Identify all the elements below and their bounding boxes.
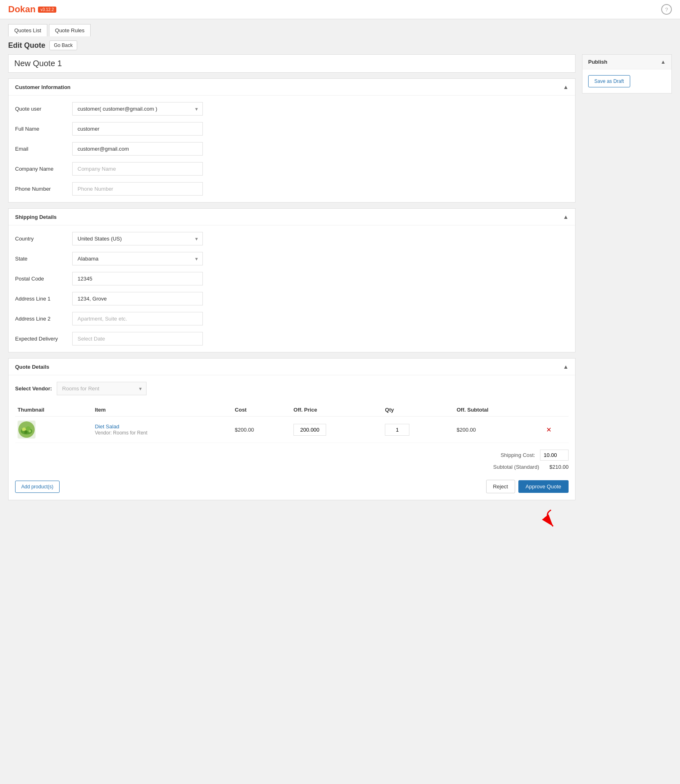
quote-details-toggle[interactable]: ▲ [563,363,569,370]
quote-user-label: Quote user [15,106,72,112]
address1-control [72,292,203,305]
table-footer: Add product(s) Reject Approve Quote [15,477,569,493]
vendor-row: Select Vendor: Rooms for Rent ▼ [15,382,569,395]
customer-info-title: Customer Information [15,84,71,90]
item-name-link[interactable]: Diet Salad [95,423,230,430]
help-icon[interactable]: ? [661,4,672,15]
address1-input[interactable] [72,292,203,305]
state-label: State [15,256,72,262]
address2-control [72,312,203,325]
save-draft-button[interactable]: Save as Draft [588,75,630,87]
country-select-wrap: United States (US) ▼ [72,232,203,245]
app-version: v3.12.2 [38,7,56,13]
col-cost: Cost [232,403,291,416]
quote-details-title: Quote Details [15,364,49,370]
col-off-price: Off. Price [291,403,382,416]
address2-input[interactable] [72,312,203,325]
topbar: Dokan v3.12.2 ? [0,0,680,19]
customer-info-header: Customer Information ▲ [9,79,575,96]
company-name-input[interactable] [72,162,203,176]
row-thumbnail [15,416,92,443]
quote-details-section: Quote Details ▲ Select Vendor: Rooms for… [8,358,576,500]
add-product-button[interactable]: Add product(s) [15,481,60,493]
expected-delivery-input[interactable] [72,332,203,345]
svg-point-4 [24,430,27,434]
shipping-details-toggle[interactable]: ▲ [563,214,569,220]
publish-title: Publish [588,59,607,65]
quote-title-input[interactable] [8,54,576,73]
page-header: Edit Quote Go Back [0,36,680,54]
qty-input[interactable] [385,424,409,436]
quote-user-select[interactable]: customer( customer@gmail.com ) [72,102,203,116]
state-select-wrap: Alabama ▼ [72,252,203,265]
expected-delivery-row: Expected Delivery [15,332,569,345]
col-actions [544,403,569,416]
address1-label: Address Line 1 [15,296,72,302]
col-thumbnail: Thumbnail [15,403,92,416]
postal-code-row: Postal Code [15,272,569,285]
col-item: Item [92,403,232,416]
address2-row: Address Line 2 [15,312,569,325]
shipping-details-header: Shipping Details ▲ [9,209,575,225]
shipping-cost-input[interactable] [540,450,569,461]
arrow-annotation [8,506,576,530]
main-layout: Customer Information ▲ Quote user custom… [0,54,680,539]
vendor-select[interactable]: Rooms for Rent [57,382,147,395]
email-label: Email [15,146,72,152]
col-off-subtotal: Off. Subtotal [454,403,544,416]
vendor-label: Select Vendor: [15,385,52,392]
email-input[interactable] [72,142,203,156]
row-qty [382,416,454,443]
col-qty: Qty [382,403,454,416]
customer-info-body: Quote user customer( customer@gmail.com … [9,96,575,202]
quote-details-header: Quote Details ▲ [9,359,575,375]
full-name-row: Full Name [15,122,569,136]
item-vendor-text: Vendor: Rooms for Rent [95,430,147,436]
item-cost: $200.00 [235,427,254,433]
row-delete: ✕ [544,416,569,443]
publish-header: Publish ▲ [582,55,671,69]
logo-area: Dokan v3.12.2 [8,4,56,15]
shipping-details-title: Shipping Details [15,214,57,220]
row-off-price [291,416,382,443]
company-name-control [72,162,203,176]
product-thumbnail [18,421,36,439]
postal-code-label: Postal Code [15,276,72,282]
publish-box: Publish ▲ Save as Draft [582,54,672,94]
off-price-input[interactable] [293,424,326,436]
full-name-input[interactable] [72,122,203,136]
go-back-button[interactable]: Go Back [49,40,77,50]
subtotal-standard-value: $210.00 [544,464,569,470]
shipping-cost-label: Shipping Cost: [500,452,535,458]
state-row: State Alabama ▼ [15,252,569,265]
phone-number-label: Phone Number [15,186,72,192]
reject-button[interactable]: Reject [486,480,515,493]
approve-quote-button[interactable]: Approve Quote [518,480,569,493]
email-control [72,142,203,156]
tab-quotes-list[interactable]: Quotes List [8,24,47,36]
publish-toggle[interactable]: ▲ [660,59,666,65]
state-select[interactable]: Alabama [72,252,203,265]
subtotal-standard-label: Subtotal (Standard) [493,464,539,470]
postal-code-input[interactable] [72,272,203,285]
phone-number-input[interactable] [72,182,203,196]
quote-details-body: Select Vendor: Rooms for Rent ▼ Thumbnai… [9,375,575,500]
tab-quote-rules[interactable]: Quote Rules [49,24,91,36]
country-label: Country [15,236,72,242]
salad-image [18,421,36,439]
address1-row: Address Line 1 [15,292,569,305]
phone-number-row: Phone Number [15,182,569,196]
vendor-select-wrap: Rooms for Rent ▼ [57,382,147,395]
app-name: Dokan [8,4,36,15]
row-off-subtotal: $200.00 [454,416,544,443]
phone-number-control [72,182,203,196]
delete-row-button[interactable]: ✕ [546,426,551,434]
quote-user-select-wrap: customer( customer@gmail.com ) ▼ [72,102,203,116]
customer-info-toggle[interactable]: ▲ [563,84,569,90]
country-select[interactable]: United States (US) [72,232,203,245]
full-name-control [72,122,203,136]
subtotals-area: Shipping Cost: Subtotal (Standard) $210.… [15,450,569,470]
email-row: Email [15,142,569,156]
company-name-label: Company Name [15,166,72,172]
item-off-subtotal: $200.00 [457,427,476,433]
